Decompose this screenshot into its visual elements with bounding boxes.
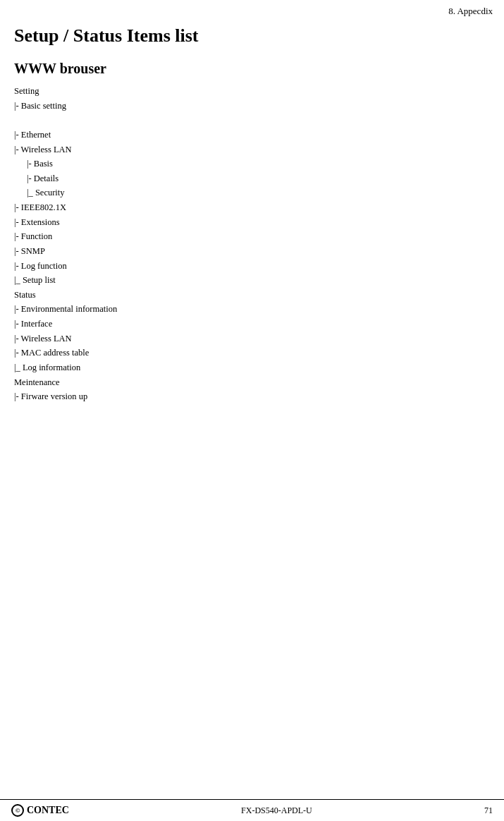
tree-item: |- Interface <box>14 317 490 332</box>
tree-item: Meintenance <box>14 375 490 390</box>
tree-item <box>14 113 490 128</box>
tree-item: Setting <box>14 84 490 99</box>
tree-item: |- IEEE802.1X <box>14 200 490 215</box>
tree-item: |- Basis <box>27 157 490 171</box>
tree-item: |_ Security <box>27 186 490 200</box>
page-header: 8. Appecdix <box>0 0 504 20</box>
tree-item: |- Extensions <box>14 215 490 230</box>
page-number: 71 <box>484 805 493 816</box>
tree-item: |- Environmental information <box>14 302 490 317</box>
tree-item: |_ Log information <box>14 360 490 375</box>
tree-item: |- SNMP <box>14 244 490 259</box>
tree-item: |- Details <box>27 171 490 186</box>
tree-item: |- Wireless LAN <box>14 142 490 157</box>
tree-container: Setting|- Basic setting |- Ethernet|- Wi… <box>14 84 490 404</box>
tree-item: |_ Setup list <box>14 273 490 288</box>
tree-item: Status <box>14 288 490 303</box>
tree-item: |- Basic setting <box>14 99 490 114</box>
tree-item: |- Ethernet <box>14 128 490 142</box>
tree-item: |- Log function <box>14 259 490 274</box>
company-name: CONTEC <box>27 805 69 816</box>
chapter-label: 8. Appecdix <box>448 6 493 16</box>
footer: © CONTEC FX-DS540-APDL-U 71 <box>0 799 504 821</box>
tree-item: |- Wireless LAN <box>14 332 490 346</box>
copyright-icon: © <box>11 804 24 817</box>
tree-item: |- Firware version up <box>14 389 490 404</box>
footer-logo: © CONTEC <box>11 804 69 817</box>
page-title: Setup / Status Items list <box>14 25 490 49</box>
main-content: Setup / Status Items list WWW brouser Se… <box>0 20 504 446</box>
model-number: FX-DS540-APDL-U <box>241 805 312 816</box>
tree-item: |- MAC address table <box>14 346 490 360</box>
section-title: WWW brouser <box>14 61 490 77</box>
tree-item: |- Function <box>14 229 490 244</box>
